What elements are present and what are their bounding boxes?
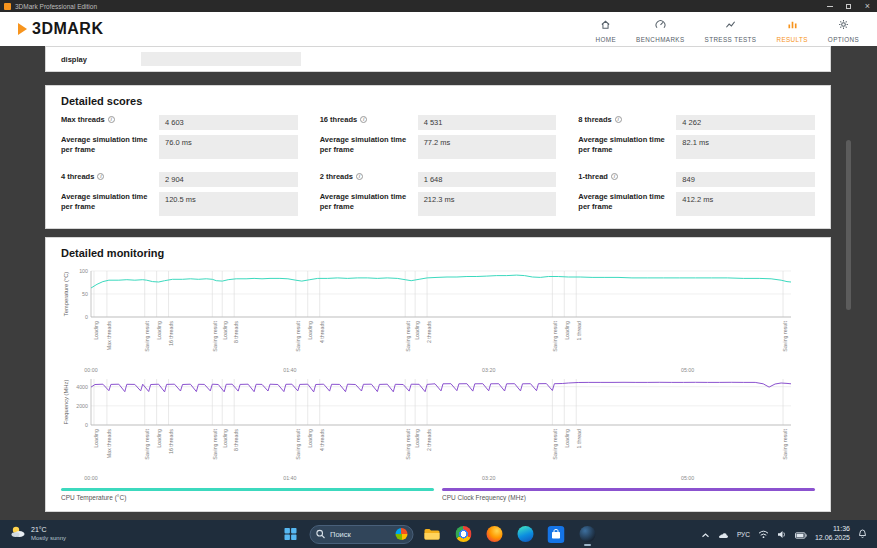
svg-text:Loading: Loading: [156, 429, 162, 448]
tray-date: 12.06.2025: [815, 534, 850, 541]
cpu-frequency-chart: 020004000LoadingMax threadsSaving result…: [61, 375, 817, 483]
taskbar-app-file-explorer[interactable]: [420, 521, 444, 547]
nav-label: OPTIONS: [828, 36, 859, 43]
svg-text:8 threads: 8 threads: [233, 321, 239, 343]
svg-text:01:40: 01:40: [283, 475, 296, 481]
search-icon: [315, 525, 325, 543]
score-label: 1-thread: [578, 172, 608, 187]
info-icon[interactable]: i: [97, 173, 104, 180]
maximize-button[interactable]: [839, 0, 858, 12]
info-icon[interactable]: i: [611, 173, 618, 180]
nav-stress-tests[interactable]: STRESS TESTS: [705, 16, 757, 43]
nav-home[interactable]: HOME: [596, 16, 617, 43]
svg-text:Saving result: Saving result: [295, 428, 301, 459]
score-entry: 4 threadsi2 904 Average simulation time …: [61, 172, 298, 216]
store-icon: [548, 526, 565, 543]
score-value: 2 904: [159, 172, 298, 187]
minimize-button[interactable]: [820, 0, 839, 12]
svg-text:Loading: Loading: [564, 429, 570, 448]
svg-text:0: 0: [85, 314, 88, 320]
svg-text:Saving result: Saving result: [212, 320, 218, 351]
svg-text:05:00: 05:00: [681, 367, 694, 373]
nav-options[interactable]: OPTIONS: [828, 16, 859, 43]
search-box[interactable]: Поиск: [309, 525, 413, 544]
system-tray: РУС 11:36 12.06.2025: [701, 525, 867, 543]
info-icon[interactable]: i: [356, 173, 363, 180]
svg-text:Saving result: Saving result: [405, 428, 411, 459]
clock[interactable]: 11:36 12.06.2025: [815, 525, 850, 543]
svg-text:Max threads: Max threads: [106, 429, 112, 458]
frequency-legend-bar: [442, 488, 815, 491]
score-label: 16 threads: [320, 115, 358, 130]
results-page: display Detailed scores Max threadsi4 60…: [0, 46, 877, 520]
weather-widget[interactable]: 21°C Mostly sunny: [10, 525, 66, 543]
volume-icon[interactable]: [777, 525, 787, 543]
svg-text:Frequency (MHz): Frequency (MHz): [63, 380, 69, 425]
taskbar-app-firefox[interactable]: [482, 521, 506, 547]
notification-bell-icon[interactable]: [858, 525, 867, 543]
tray-time: 11:36: [833, 525, 850, 532]
legend-label: CPU Clock Frequency (MHz): [442, 494, 815, 501]
keyboard-language[interactable]: РУС: [737, 531, 750, 538]
svg-text:Saving result: Saving result: [295, 320, 301, 351]
window-titlebar: 3DMark Professional Edition ×: [0, 0, 877, 12]
svg-text:Saving result: Saving result: [782, 428, 788, 459]
score-entry: 1-threadi849 Average simulation time per…: [578, 172, 815, 216]
weather-condition: Mostly sunny: [31, 535, 66, 542]
svg-text:Loading: Loading: [564, 321, 570, 340]
svg-text:50: 50: [82, 291, 88, 297]
maximize-icon: [846, 4, 851, 9]
display-field-input[interactable]: [141, 52, 301, 66]
svg-text:00:00: 00:00: [84, 367, 97, 373]
logo-text: 3DMARK: [32, 20, 103, 38]
score-value: 4 603: [159, 115, 298, 130]
info-icon[interactable]: i: [360, 116, 367, 123]
score-entry: Max threadsi4 603 Average simulation tim…: [61, 115, 298, 159]
svg-text:Saving result: Saving result: [552, 428, 558, 459]
taskbar-app-store[interactable]: [544, 521, 568, 547]
score-entry: 16 threadsi4 531 Average simulation time…: [320, 115, 557, 159]
legend-item-temperature: CPU Temperature (°C): [61, 488, 434, 501]
svg-text:4 threads: 4 threads: [319, 429, 325, 451]
score-value: 4 262: [676, 115, 815, 130]
wifi-icon[interactable]: [758, 525, 769, 543]
windows-taskbar: 21°C Mostly sunny Поиск РУС: [0, 520, 877, 548]
avg-time-label: Average simulation time per frame: [320, 192, 410, 216]
score-entry: 2 threadsi1 648 Average simulation time …: [320, 172, 557, 216]
close-button[interactable]: ×: [858, 0, 877, 12]
info-icon[interactable]: i: [108, 116, 115, 123]
svg-text:Max threads: Max threads: [106, 321, 112, 350]
display-field-label: display: [61, 55, 133, 64]
pulse-chart-icon: [725, 16, 736, 34]
taskbar-app-steam-active[interactable]: [575, 521, 599, 547]
svg-text:8 threads: 8 threads: [233, 429, 239, 451]
weather-temp: 21°C: [31, 526, 66, 534]
tray-chevron-button[interactable]: [701, 525, 710, 543]
cloud-icon[interactable]: [718, 525, 729, 543]
vertical-scrollbar[interactable]: [846, 140, 851, 310]
svg-text:0: 0: [85, 422, 88, 428]
score-entry: 8 threadsi4 262 Average simulation time …: [578, 115, 815, 159]
nav-benchmarks[interactable]: BENCHMARKS: [636, 16, 684, 43]
taskbar-app-chrome[interactable]: [451, 521, 475, 547]
nav-results[interactable]: RESULTS: [776, 16, 807, 43]
svg-text:05:00: 05:00: [681, 475, 694, 481]
taskbar-app-edge[interactable]: [513, 521, 537, 547]
minimize-icon: [827, 6, 833, 7]
avg-time-value: 76.0 ms: [159, 135, 298, 159]
svg-text:2 threads: 2 threads: [426, 321, 432, 343]
svg-text:Temperature (°C): Temperature (°C): [63, 272, 69, 317]
svg-text:Loading: Loading: [307, 321, 313, 340]
start-button[interactable]: [278, 521, 302, 547]
battery-icon[interactable]: [795, 525, 807, 543]
nav-label: HOME: [596, 36, 617, 43]
info-icon[interactable]: i: [615, 116, 622, 123]
svg-text:16 threads: 16 threads: [168, 321, 174, 346]
avg-time-label: Average simulation time per frame: [578, 192, 668, 216]
search-placeholder: Поиск: [330, 530, 351, 539]
avg-time-value: 82.1 ms: [676, 135, 815, 159]
svg-text:2 threads: 2 threads: [426, 429, 432, 451]
svg-text:03:20: 03:20: [482, 367, 495, 373]
svg-text:00:00: 00:00: [84, 475, 97, 481]
steam-icon: [579, 526, 595, 542]
